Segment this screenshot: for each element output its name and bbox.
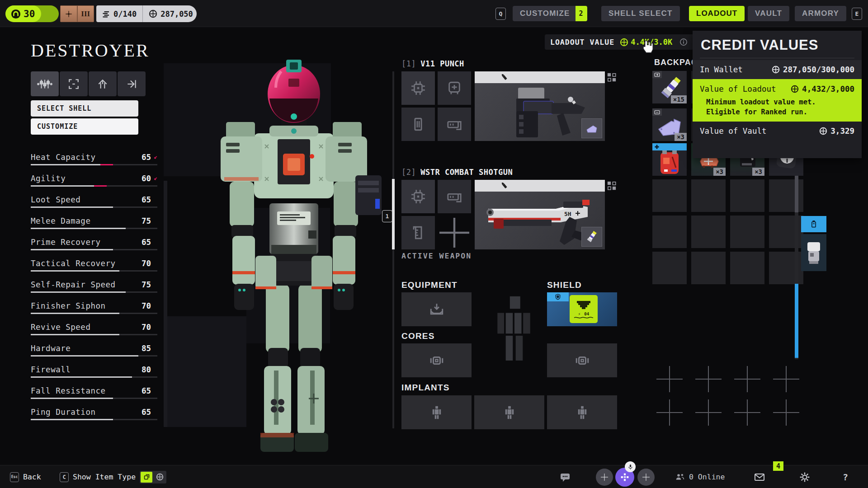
value-of-loadout-value: 4,432/3,000	[802, 84, 854, 94]
vault-scroll-thumb[interactable]	[795, 284, 798, 358]
weapon2-card[interactable]: 5H	[475, 180, 605, 249]
loadout-value-bar[interactable]: LOADOUT VALUE 4.4K/3.0K	[545, 34, 693, 50]
stat-bar	[31, 334, 157, 335]
weapon1-attachment-slot-sight[interactable]	[438, 71, 471, 105]
stat-value: 80	[142, 365, 151, 374]
tab-vault[interactable]: VAULT	[748, 6, 789, 21]
quest-counter[interactable]: 0/140	[96, 5, 142, 22]
help-button[interactable]: ?	[843, 465, 848, 488]
customize-shell-button[interactable]: CUSTOMIZE	[31, 118, 138, 135]
stat-row[interactable]: Firewall80	[31, 365, 157, 378]
stat-row[interactable]: Agility60↙	[31, 174, 157, 187]
upgrade-button[interactable]	[89, 71, 117, 96]
stat-label: Fall Resistance	[31, 386, 106, 395]
stat-row[interactable]: Loot Speed65	[31, 195, 157, 208]
stat-label: Hardware	[31, 344, 71, 353]
core-slot-left[interactable]	[401, 343, 472, 377]
weapon1-attachment-slot-chip[interactable]	[401, 71, 435, 105]
stat-decreased-icon: ↙	[154, 153, 157, 160]
online-status[interactable]: 0 Online	[675, 465, 725, 488]
core-slot-right[interactable]	[547, 343, 617, 377]
stat-row[interactable]: Fall Resistance65	[31, 386, 157, 399]
implant-slot-3[interactable]	[547, 395, 617, 429]
export-button[interactable]	[118, 71, 146, 96]
backpack-item-shells[interactable]: ×15	[652, 71, 687, 103]
item-type-toggle-on[interactable]	[141, 472, 152, 483]
chat-button[interactable]	[560, 465, 571, 488]
voice-status-badge[interactable]	[625, 461, 636, 472]
tab-shell-select[interactable]: SHELL SELECT	[601, 6, 680, 21]
implant-slot-2[interactable]	[474, 395, 544, 429]
backpack-empty-slot[interactable]	[652, 179, 687, 212]
value-of-loadout-row: Value of Loadout 4,432/3,000	[693, 81, 862, 97]
tray-download-icon	[429, 302, 444, 317]
pocket-slot-item[interactable]	[801, 234, 826, 271]
backpack-empty-slot[interactable]	[730, 216, 764, 248]
character-model[interactable]	[181, 59, 407, 456]
weapon2-attachment-slot-chip[interactable]	[401, 180, 435, 213]
stat-row[interactable]: Ping Duration65	[31, 408, 157, 420]
stat-row[interactable]: Tactical Recovery70	[31, 259, 157, 272]
backpack-item-medkit[interactable]	[652, 143, 687, 176]
pocket-slot-tab[interactable]	[801, 216, 826, 232]
stat-row[interactable]: Prime Recovery65	[31, 238, 157, 250]
backpack-empty-slot[interactable]	[730, 179, 764, 212]
shield-slot-tab	[547, 292, 569, 301]
backpack-empty-slot[interactable]	[691, 252, 726, 284]
add-friend-left-button[interactable]	[596, 465, 613, 488]
info-icon[interactable]	[679, 38, 688, 46]
stat-row[interactable]: Hardware85	[31, 344, 157, 357]
wallet-counter[interactable]: 287,050	[142, 5, 199, 22]
inventory-grid-icon[interactable]	[607, 181, 617, 191]
stat-row[interactable]: Revive Speed70	[31, 323, 157, 335]
weapon2-attachment-slot-extmag[interactable]	[438, 180, 471, 213]
cursor-hand	[641, 40, 655, 53]
weapons-scroll-track[interactable]	[392, 71, 394, 428]
backpack-empty-slot[interactable]	[652, 252, 687, 284]
active-weapon-label: ACTIVE WEAPON	[401, 252, 472, 260]
stat-row[interactable]: Finisher Siphon70	[31, 301, 157, 314]
backpack-empty-slot[interactable]	[652, 216, 687, 248]
weapon1-card[interactable]	[475, 71, 605, 141]
credit-values-panel: CREDIT VALUES In Wallet 287,050/300,000 …	[693, 31, 862, 158]
stat-row[interactable]: Melee Damage75	[31, 216, 157, 229]
item-type-toggle-box[interactable]	[140, 471, 166, 483]
implants-section-label: IMPLANTS	[401, 383, 450, 393]
loadout-screen: 30 III 0/140 287,050 Q CUSTOMIZE 2 SHELL…	[0, 0, 868, 488]
stat-row[interactable]: Heat Capacity65↙	[31, 153, 157, 165]
stat-label: Melee Damage	[31, 216, 90, 225]
mail-button[interactable]	[754, 465, 765, 488]
show-item-type-toggle[interactable]: C Show Item Type	[60, 465, 166, 488]
credit-icon[interactable]	[156, 473, 164, 481]
equipment-slot[interactable]	[401, 292, 472, 326]
stats-view-button[interactable]	[31, 71, 59, 96]
backpack-empty-slot[interactable]	[691, 179, 726, 212]
inspect-view-button[interactable]	[60, 71, 88, 96]
weapon1-ammo-item[interactable]	[581, 118, 602, 138]
weapon2-ammo-item[interactable]	[581, 227, 602, 247]
tab-loadout[interactable]: LOADOUT	[689, 6, 745, 21]
weapon2-attachment-slot-choke[interactable]	[401, 216, 435, 249]
shotgun-shell-item-icon	[586, 230, 597, 244]
stat-value: 70	[142, 259, 151, 268]
backpack-empty-slot[interactable]	[730, 252, 764, 284]
implant-slot-1[interactable]	[401, 395, 472, 429]
weapon1-attachment-slot-magazine[interactable]	[401, 108, 435, 141]
tab-customize[interactable]: CUSTOMIZE 2	[513, 6, 587, 21]
gear-icon	[799, 472, 810, 483]
shield-item[interactable]: ⚡04	[570, 295, 598, 323]
shield-slot[interactable]: ⚡04	[547, 292, 617, 326]
weapon2-attachment-slot-empty[interactable]	[438, 216, 471, 249]
inventory-grid-icon[interactable]	[607, 72, 617, 82]
add-friend-right-button[interactable]	[637, 465, 655, 488]
value-of-loadout-label: Value of Loadout	[700, 84, 776, 94]
cores-section-label: CORES	[401, 331, 435, 341]
stat-row[interactable]: Self-Repair Speed75	[31, 280, 157, 293]
backpack-empty-slot[interactable]	[691, 216, 726, 248]
settings-button[interactable]	[799, 465, 810, 488]
backpack-item-magazine[interactable]: ×3	[652, 108, 687, 141]
tab-armory[interactable]: ARMORY	[795, 6, 846, 21]
select-shell-button[interactable]: SELECT SHELL	[31, 100, 138, 117]
weapon1-attachment-slot-extmag[interactable]	[438, 108, 471, 141]
back-button[interactable]: Esc Back	[10, 465, 41, 488]
